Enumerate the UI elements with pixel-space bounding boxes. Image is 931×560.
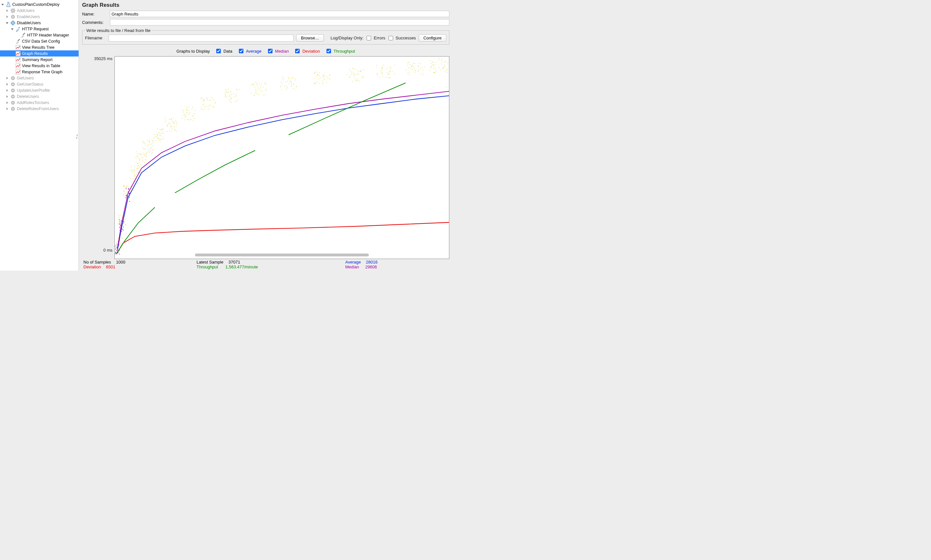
chevron-right-icon[interactable]	[5, 15, 9, 19]
svg-point-537	[354, 75, 355, 75]
svg-point-629	[429, 70, 430, 71]
svg-point-81	[125, 221, 125, 222]
svg-point-153	[139, 167, 139, 168]
svg-point-102	[126, 192, 127, 192]
check-throughput[interactable]: Throughput	[325, 48, 355, 54]
svg-point-548	[357, 81, 358, 82]
scrollbar-thumb[interactable]	[195, 254, 369, 257]
errors-checkbox[interactable]: Errors	[365, 35, 385, 42]
svg-point-598	[420, 73, 421, 74]
tree-graph-results[interactable]: Graph Results	[0, 51, 79, 57]
check-median[interactable]: Median	[267, 48, 289, 54]
svg-point-442	[261, 84, 261, 85]
svg-point-716	[124, 221, 124, 222]
svg-point-257	[157, 138, 157, 138]
svg-point-397	[229, 98, 230, 99]
chevron-right-icon[interactable]	[5, 88, 9, 92]
tree-add-users[interactable]: AddUsers	[0, 8, 79, 14]
tree-http-request[interactable]: HTTP Request	[0, 26, 79, 32]
gear-icon	[10, 8, 16, 13]
svg-point-83	[118, 219, 118, 220]
successes-checkbox[interactable]: Successes	[387, 35, 416, 42]
tree-http-header-mgr[interactable]: HTTP Header Manager	[0, 32, 79, 38]
tree-delete-users[interactable]: DeleteUsers	[0, 93, 79, 100]
chevron-right-icon[interactable]	[5, 101, 9, 105]
tree-response-time-graph[interactable]: Response Time Graph	[0, 69, 79, 75]
tree-get-user-status[interactable]: GetUserStatus	[0, 81, 79, 87]
svg-point-635	[447, 72, 448, 73]
svg-point-476	[295, 80, 296, 80]
stats-row: No of Samples 1000 Latest Sample 37071 A…	[82, 259, 449, 269]
filename-input[interactable]	[109, 35, 293, 42]
svg-point-167	[137, 169, 138, 169]
svg-point-430	[258, 94, 259, 95]
svg-point-419	[260, 88, 261, 88]
tree-update-user-profile[interactable]: UpdateUserProfile	[0, 87, 79, 93]
tree-delete-roles[interactable]: DeleteRolesFromUsers	[0, 106, 79, 112]
errors-checkbox-input[interactable]	[367, 36, 371, 40]
name-input[interactable]	[110, 11, 449, 17]
svg-point-198	[146, 154, 147, 154]
svg-point-254	[163, 138, 164, 139]
chevron-right-icon[interactable]	[5, 82, 9, 86]
svg-point-661	[438, 60, 439, 60]
plot-area[interactable]	[114, 56, 449, 259]
svg-point-145	[134, 174, 135, 175]
tree-root[interactable]: CustosPlanCustomDeploy	[0, 1, 79, 8]
horizontal-scrollbar[interactable]	[115, 254, 449, 257]
svg-point-557	[389, 77, 389, 78]
check-deviation[interactable]: Deviation	[294, 48, 320, 54]
svg-point-677	[117, 247, 117, 248]
chevron-right-icon[interactable]	[5, 107, 9, 111]
gear-icon	[10, 100, 16, 105]
name-label: Name:	[82, 12, 107, 17]
svg-point-697	[128, 193, 129, 194]
svg-point-58	[120, 241, 121, 242]
svg-point-362	[203, 104, 204, 104]
tree-get-users[interactable]: GetUsers	[0, 75, 79, 81]
gear-icon	[10, 88, 16, 93]
tree-summary-report[interactable]: Summary Report	[0, 57, 79, 63]
svg-point-563	[381, 72, 382, 73]
check-data[interactable]: Data	[215, 48, 232, 54]
svg-point-444	[266, 83, 266, 83]
chevron-down-icon[interactable]	[5, 21, 9, 25]
tree-disable-users[interactable]: DisableUsers	[0, 20, 79, 26]
splitter-handle[interactable]	[76, 134, 79, 139]
svg-point-726	[128, 192, 128, 192]
chevron-right-icon[interactable]	[5, 95, 9, 98]
check-average[interactable]: Average	[238, 48, 261, 54]
test-plan-tree[interactable]: CustosPlanCustomDeploy AddUsers	[0, 0, 79, 271]
svg-point-245	[156, 140, 156, 141]
svg-point-703	[115, 249, 116, 250]
chevron-down-icon[interactable]	[1, 3, 5, 6]
svg-point-638	[430, 68, 431, 68]
chevron-right-icon[interactable]	[5, 76, 9, 80]
tree-csv-config[interactable]: CSV Data Set Config	[0, 38, 79, 44]
svg-point-340	[185, 110, 186, 111]
svg-point-665	[438, 58, 439, 58]
tree-view-results-table[interactable]: View Results in Table	[0, 63, 79, 69]
app-root: CustosPlanCustomDeploy AddUsers	[0, 0, 452, 271]
browse-button[interactable]: Browse…	[296, 34, 324, 42]
svg-point-634	[431, 66, 432, 66]
svg-point-682	[119, 224, 120, 225]
comments-input[interactable]	[110, 19, 449, 26]
svg-point-231	[149, 140, 150, 141]
tree-view-results-tree[interactable]: View Results Tree	[0, 44, 79, 51]
svg-point-527	[349, 69, 350, 70]
svg-point-150	[134, 169, 135, 169]
svg-point-415	[237, 100, 238, 100]
chevron-down-icon[interactable]	[10, 27, 14, 31]
tree-enable-users[interactable]: EnableUsers	[0, 14, 79, 20]
svg-point-664	[442, 59, 442, 59]
tree-add-roles[interactable]: AddRolesToUsers	[0, 100, 79, 106]
svg-point-328	[187, 119, 187, 120]
svg-point-193	[137, 155, 138, 156]
svg-point-162	[134, 166, 135, 166]
svg-point-109	[125, 193, 126, 194]
svg-point-450	[255, 89, 255, 90]
chevron-right-icon[interactable]	[5, 9, 9, 12]
configure-button[interactable]: Configure	[418, 34, 446, 42]
successes-checkbox-input[interactable]	[389, 36, 393, 40]
